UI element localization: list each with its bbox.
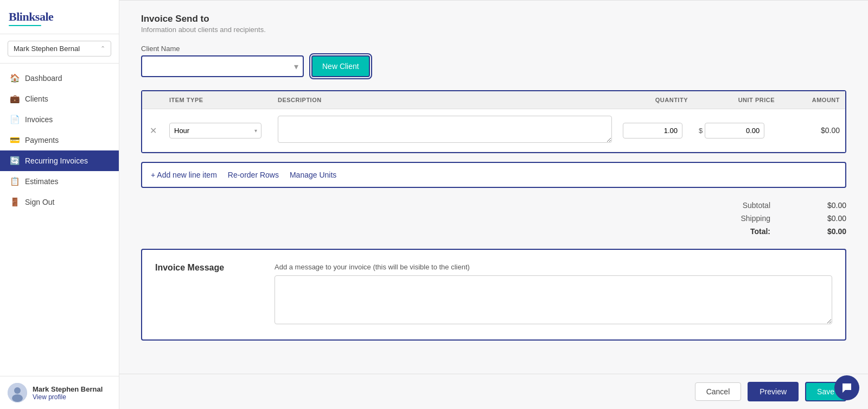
invoice-send-to-section: Invoice Send to Information about client… — [119, 1, 868, 90]
description-textarea[interactable] — [278, 116, 612, 143]
th-quantity: QUANTITY — [617, 97, 693, 103]
item-type-wrapper: Hour Day Item Word ▾ — [169, 123, 261, 139]
line-items-section: ITEM TYPE DESCRIPTION QUANTITY UNIT PRIC… — [141, 90, 846, 153]
th-unit-price: UNIT PRICE — [693, 97, 780, 103]
remove-line-button[interactable]: ✕ — [142, 125, 164, 136]
user-selector-container[interactable]: Mark Stephen Bernal ⌃ — [0, 34, 119, 64]
cancel-button[interactable]: Cancel — [695, 382, 742, 401]
description-cell — [272, 116, 617, 145]
add-line-section: + Add new line item Re-order Rows Manage… — [141, 162, 846, 188]
quantity-cell — [617, 123, 693, 139]
subtotal-value: $0.00 — [803, 201, 846, 210]
sidebar-item-label-invoices: Invoices — [25, 115, 53, 124]
clients-icon: 💼 — [10, 94, 20, 104]
message-label: Add a message to your invoice (this will… — [275, 263, 832, 271]
subtotal-row: Subtotal $0.00 — [727, 201, 846, 210]
sidebar-item-dashboard[interactable]: 🏠 Dashboard — [0, 68, 119, 89]
view-profile-link[interactable]: View profile — [33, 393, 103, 401]
home-icon: 🏠 — [10, 73, 20, 83]
avatar — [8, 383, 27, 402]
logo-underline — [9, 25, 41, 26]
chat-icon — [841, 382, 853, 394]
message-right: Add a message to your invoice (this will… — [275, 263, 832, 326]
section-subtitle: Information about clients and recipients… — [141, 26, 846, 34]
new-client-button[interactable]: New Client — [311, 55, 370, 77]
chat-bubble-button[interactable] — [834, 375, 859, 400]
sidebar-item-estimates[interactable]: 📋 Estimates — [0, 171, 119, 192]
logo-text: Blinksale — [9, 10, 53, 24]
shipping-value: $0.00 — [803, 214, 846, 223]
sidebar-item-label-payments: Payments — [25, 136, 59, 144]
subtotal-label: Subtotal — [727, 201, 770, 210]
message-title: Invoice Message — [155, 263, 253, 326]
manage-units-button[interactable]: Manage Units — [290, 171, 336, 179]
sidebar-item-label-recurring: Recurring Invoices — [25, 156, 88, 165]
sidebar-item-invoices[interactable]: 📄 Invoices — [0, 109, 119, 130]
th-remove — [142, 97, 164, 103]
th-description: DESCRIPTION — [272, 97, 617, 103]
sidebar-item-label-dashboard: Dashboard — [25, 74, 62, 83]
user-selector[interactable]: Mark Stephen Bernal ⌃ — [8, 41, 111, 56]
payments-icon: 💳 — [10, 135, 20, 145]
recurring-icon: 🔄 — [10, 156, 20, 166]
shipping-row: Shipping $0.00 — [727, 214, 846, 223]
quantity-input[interactable] — [623, 123, 682, 139]
invoices-icon: 📄 — [10, 115, 20, 124]
total-label: Total: — [727, 227, 770, 236]
sidebar-footer: Mark Stephen Bernal View profile — [0, 376, 119, 409]
sidebar-item-sign-out[interactable]: 🚪 Sign Out — [0, 192, 119, 212]
main-content: Invoice Send to Information about client… — [119, 0, 868, 409]
shipping-label: Shipping — [727, 214, 770, 223]
total-row: Total: $0.00 — [727, 227, 846, 236]
sidebar-item-label-signout: Sign Out — [25, 198, 54, 206]
estimates-icon: 📋 — [10, 177, 20, 186]
sidebar: Blinksale Mark Stephen Bernal ⌃ 🏠 Dashbo… — [0, 0, 119, 409]
unit-price-input[interactable] — [705, 123, 764, 139]
client-name-label: Client Name — [141, 45, 304, 53]
item-type-select[interactable]: Hour Day Item Word — [169, 123, 261, 139]
avatar-image — [8, 383, 27, 402]
sidebar-item-recurring-invoices[interactable]: 🔄 Recurring Invoices — [0, 150, 119, 171]
client-select-wrapper: ▾ — [141, 55, 304, 77]
total-value: $0.00 — [803, 227, 846, 236]
svg-point-2 — [12, 394, 23, 402]
client-name-group: Client Name ▾ — [141, 45, 304, 77]
sign-out-icon: 🚪 — [10, 197, 20, 207]
client-row: Client Name ▾ New Client — [141, 45, 846, 77]
sidebar-nav: 🏠 Dashboard 💼 Clients 📄 Invoices 💳 Payme… — [0, 64, 119, 376]
table-header: ITEM TYPE DESCRIPTION QUANTITY UNIT PRIC… — [142, 91, 845, 109]
table-row: ✕ Hour Day Item Word ▾ $ $0.00 — [142, 109, 845, 152]
amount-cell: $0.00 — [780, 126, 845, 135]
footer-user-info: Mark Stephen Bernal View profile — [33, 385, 103, 401]
th-amount: AMOUNT — [780, 97, 845, 103]
message-textarea[interactable] — [275, 275, 832, 324]
svg-point-1 — [14, 387, 21, 394]
bottom-action-bar: Cancel Preview Save — [119, 374, 868, 409]
add-line-button[interactable]: + Add new line item — [151, 171, 217, 179]
sidebar-item-label-clients: Clients — [25, 95, 48, 103]
chevron-down-icon: ⌃ — [100, 45, 105, 52]
section-header: Invoice Send to Information about client… — [141, 14, 846, 34]
th-item-type: ITEM TYPE — [164, 97, 272, 103]
logo-container: Blinksale — [0, 0, 119, 34]
preview-button[interactable]: Preview — [748, 382, 799, 401]
totals-section: Subtotal $0.00 Shipping $0.00 Total: $0.… — [119, 188, 868, 249]
currency-symbol: $ — [699, 127, 703, 135]
section-title: Invoice Send to — [141, 14, 846, 24]
client-name-select[interactable] — [141, 55, 304, 77]
sidebar-item-label-estimates: Estimates — [25, 177, 58, 186]
footer-user-name: Mark Stephen Bernal — [33, 385, 103, 393]
invoice-message-section: Invoice Message Add a message to your in… — [141, 249, 846, 341]
unit-price-cell: $ — [693, 123, 780, 139]
user-selector-name: Mark Stephen Bernal — [14, 45, 80, 53]
sidebar-item-payments[interactable]: 💳 Payments — [0, 130, 119, 150]
sidebar-item-clients[interactable]: 💼 Clients — [0, 89, 119, 109]
reorder-rows-button[interactable]: Re-order Rows — [228, 171, 279, 179]
